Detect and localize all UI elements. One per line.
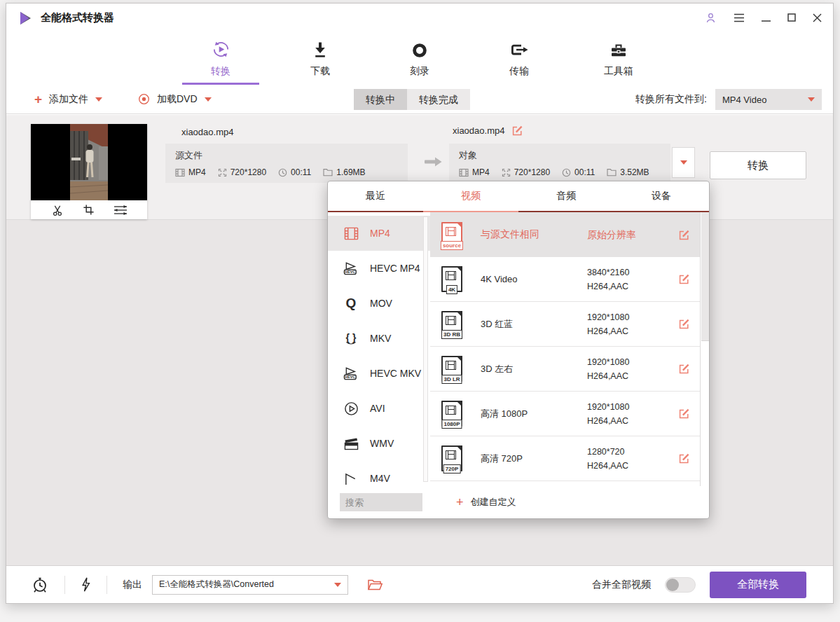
trim-scissors-icon[interactable] <box>51 204 64 216</box>
format-item-wmv[interactable]: WMV <box>328 426 430 461</box>
tab-toolbox[interactable]: 工具箱 <box>588 32 649 85</box>
tab-device[interactable]: 设备 <box>614 181 709 211</box>
convert-all-to-label: 转换所有文件到: <box>635 93 707 106</box>
clapperboard-icon <box>341 436 361 451</box>
matroska-braces-icon: { } <box>341 331 361 346</box>
edit-preset-icon[interactable] <box>678 273 690 285</box>
create-custom-button[interactable]: + 创建自定义 <box>456 496 516 509</box>
source-duration: 00:11 <box>278 167 311 177</box>
chevron-down-icon <box>680 160 687 165</box>
output-path-input[interactable] <box>159 580 334 590</box>
quicktime-q-icon: Q <box>341 296 361 310</box>
preset-row-1080p[interactable]: 1080P 高清 1080P 1920*1080 H264,AAC <box>430 392 700 436</box>
scrollbar-thumb[interactable] <box>701 212 709 341</box>
format-item-mov[interactable]: Q MOV <box>328 286 430 321</box>
format-list-scrollbar[interactable] <box>423 216 428 482</box>
edit-preset-icon[interactable] <box>678 229 690 241</box>
load-dvd-button[interactable]: 加载DVD <box>138 85 212 113</box>
preset-label: 3D 左右 <box>481 363 587 375</box>
preset-badge: 3D LR <box>441 375 462 384</box>
dvd-icon <box>138 93 150 105</box>
format-item-avi[interactable]: AVI <box>328 391 430 426</box>
preset-row-4k[interactable]: 4K 4K Video 3840*2160 H264,AAC <box>430 257 700 302</box>
minimize-icon[interactable] <box>762 13 771 22</box>
format-item-hevc-mp4[interactable]: HEVC HEVC MP4 <box>328 251 430 286</box>
account-icon[interactable] <box>705 12 717 24</box>
format-item-mp4[interactable]: MP4 <box>328 216 430 251</box>
format-picker-footer: + 创建自定义 <box>328 486 709 518</box>
preset-row-3d-rb[interactable]: 3D RB 3D 红蓝 1920*1080 H264,AAC <box>430 302 700 347</box>
search-input[interactable] <box>340 493 422 511</box>
circle-play-icon <box>341 401 361 417</box>
rename-edit-icon[interactable] <box>511 125 523 137</box>
crop-icon[interactable] <box>83 204 95 216</box>
format-item-mkv[interactable]: { } MKV <box>328 321 430 356</box>
source-resolution: 720*1280 <box>218 167 266 177</box>
add-files-label: 添加文件 <box>49 93 88 106</box>
merge-videos-toggle[interactable] <box>665 577 696 593</box>
schedule-clock-icon[interactable] <box>32 576 48 593</box>
close-icon[interactable] <box>813 13 822 22</box>
open-output-folder-icon[interactable] <box>367 579 383 591</box>
play-flag-icon <box>341 471 361 486</box>
tab-convert[interactable]: 转换 <box>191 32 251 85</box>
preset-badge: source <box>441 241 463 250</box>
source-size: 1.69MB <box>323 167 365 177</box>
add-files-button[interactable]: + 添加文件 <box>34 85 102 113</box>
svg-text:HEVC: HEVC <box>345 375 355 379</box>
preset-label: 与源文件相同 <box>481 228 587 241</box>
tab-label: 转换 <box>211 65 230 78</box>
edit-preset-icon[interactable] <box>678 363 690 375</box>
maximize-icon[interactable] <box>787 13 796 22</box>
preset-row-720p[interactable]: 720P 高清 720P 1280*720 H264,AAC <box>430 436 700 481</box>
tab-audio[interactable]: 音频 <box>518 181 614 211</box>
high-speed-bolt-icon[interactable] <box>80 576 91 593</box>
preset-list-scrollbar[interactable] <box>700 212 709 486</box>
resolution-icon <box>218 168 227 177</box>
preset-row-same-as-source[interactable]: source 与源文件相同 原始分辨率 <box>430 212 700 257</box>
format-label: AVI <box>370 403 385 414</box>
preset-label: 3D 红蓝 <box>481 318 587 331</box>
tab-label: 工具箱 <box>604 65 633 78</box>
edit-preset-icon[interactable] <box>678 408 690 420</box>
resolution-icon <box>502 168 511 177</box>
preset-badge: 1080P <box>441 420 462 429</box>
target-duration: 00:11 <box>562 167 595 177</box>
chevron-down-icon <box>808 97 815 102</box>
effects-sliders-icon[interactable] <box>113 205 128 216</box>
format-item-hevc-mkv[interactable]: HEVC HEVC MKV <box>328 356 430 391</box>
tab-download[interactable]: 下载 <box>290 32 350 85</box>
output-path-select[interactable] <box>152 575 348 595</box>
convert-state-tabs: 转换中 转换完成 <box>354 89 470 110</box>
preset-format-icon: 720P <box>441 445 462 471</box>
clock-icon <box>278 168 287 177</box>
toolbox-icon <box>610 39 628 59</box>
tab-completed[interactable]: 转换完成 <box>407 89 470 110</box>
mp4-filmstrip-icon <box>341 226 361 241</box>
toolbar: + 添加文件 加载DVD 转换中 转换完成 转换所有文件到: MP4 Video <box>6 85 833 114</box>
preset-specs: 1920*1080 H264,AAC <box>587 400 629 428</box>
target-format-dropdown-button[interactable] <box>672 147 695 178</box>
divider <box>64 576 65 594</box>
tab-burn[interactable]: 刻录 <box>390 32 450 85</box>
convert-button[interactable]: 转换 <box>710 151 806 179</box>
app-logo-icon <box>18 11 33 26</box>
menu-icon[interactable] <box>734 13 745 22</box>
tab-converting[interactable]: 转换中 <box>354 89 407 110</box>
svg-text:{ }: { } <box>346 332 357 343</box>
preset-specs: 1920*1080 H264,AAC <box>587 355 629 383</box>
edit-preset-icon[interactable] <box>678 452 690 464</box>
divider <box>106 576 107 594</box>
tab-recent[interactable]: 最近 <box>328 181 423 211</box>
convert-all-button[interactable]: 全部转换 <box>710 572 806 598</box>
format-item-m4v[interactable]: M4V <box>328 461 430 486</box>
clock-icon <box>562 168 571 177</box>
tab-video[interactable]: 视频 <box>423 181 518 211</box>
preset-row-3d-lr[interactable]: 3D LR 3D 左右 1920*1080 H264,AAC <box>430 347 700 392</box>
tab-transfer[interactable]: 传输 <box>489 32 549 85</box>
preset-badge: 4K <box>446 285 457 294</box>
edit-preset-icon[interactable] <box>678 318 690 330</box>
output-format-select[interactable]: MP4 Video <box>715 89 822 110</box>
plus-icon: + <box>456 496 464 509</box>
convert-direction-arrow-icon <box>424 156 443 168</box>
